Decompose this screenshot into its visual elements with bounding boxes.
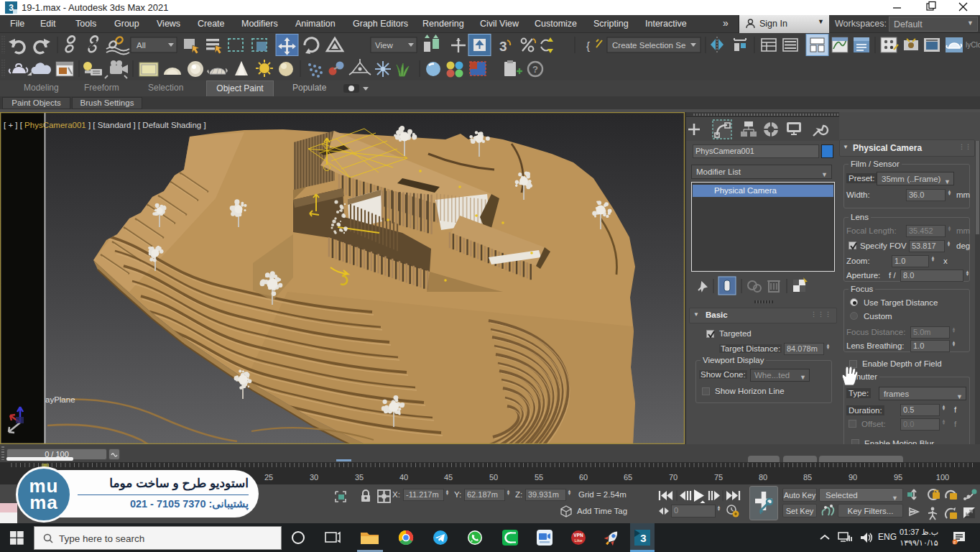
- svg-text:Create Selection Se: Create Selection Se: [612, 41, 685, 50]
- svg-text:55: 55: [535, 473, 543, 482]
- svg-text:60: 60: [579, 473, 588, 482]
- svg-text:50: 50: [489, 473, 498, 482]
- svg-text:85: 85: [803, 473, 812, 482]
- svg-text:45: 45: [444, 473, 453, 482]
- svg-text:75: 75: [714, 473, 723, 482]
- svg-text:Like: Like: [574, 538, 583, 543]
- svg-text:40: 40: [399, 473, 408, 482]
- svg-text:25: 25: [264, 473, 273, 482]
- svg-text:[ + ] [ PhysCamera001 ] [ Stan: [ + ] [ PhysCamera001 ] [ Standard ] [ D…: [4, 121, 206, 129]
- svg-text:3: 3: [640, 532, 646, 544]
- svg-text:30: 30: [310, 473, 318, 482]
- svg-text:80: 80: [759, 473, 767, 482]
- svg-text:{: {: [586, 40, 590, 52]
- svg-text:65: 65: [624, 473, 632, 482]
- svg-text:All: All: [137, 41, 146, 50]
- svg-text:?: ?: [532, 64, 538, 75]
- svg-text:ayPlane: ayPlane: [45, 395, 75, 404]
- svg-text:35: 35: [355, 473, 364, 482]
- svg-text:lyClo: lyClo: [966, 41, 980, 49]
- svg-text:95: 95: [894, 473, 902, 482]
- svg-text:100: 100: [936, 473, 949, 482]
- svg-text:View: View: [375, 41, 393, 50]
- svg-text:3: 3: [499, 39, 507, 54]
- svg-text:90: 90: [849, 473, 857, 482]
- svg-text:70: 70: [669, 473, 678, 482]
- svg-text:VPN: VPN: [573, 533, 583, 538]
